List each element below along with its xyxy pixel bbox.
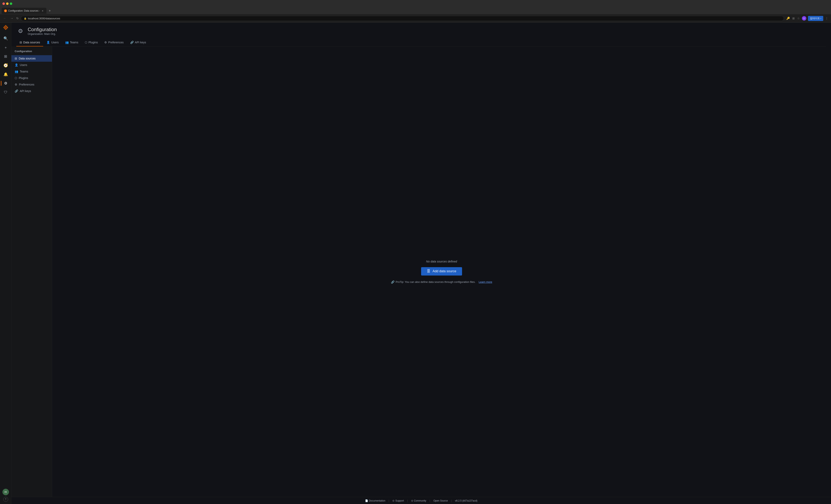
tab-preferences[interactable]: ⚙ Preferences [101,39,127,47]
translate-icon[interactable]: ⊞ [792,16,795,20]
sidebar-item-configuration[interactable]: ⚙ [2,79,10,87]
add-data-source-button[interactable]: 🗄 Add data source [421,267,462,275]
page-title-row: ⚙ Configuration Organization: Main Org. [16,27,826,35]
sidebar-item-shield[interactable]: 🛡 [2,88,10,96]
footer-sep-3: | [429,499,430,502]
update-button[interactable]: 업데이트 › [808,16,823,21]
url-bar[interactable]: 🔒 localhost:3000/datasources [21,16,784,21]
sub-sidebar-item-users[interactable]: 👤 Users [11,62,52,68]
app: 🔍 ＋ ⊞ 🧭 🔔 ⚙ 🛡 H ? ⚙ [0,23,831,504]
bookmark-icon[interactable]: ☆ [797,16,800,20]
database-icon: 🗄 [427,269,430,273]
tab-users-label: Users [51,41,59,44]
tab-close-button[interactable]: ✕ [41,9,44,12]
add-data-source-label: Add data source [432,269,456,273]
user-avatar[interactable]: H [2,489,9,495]
page-subtitle: Organization: Main Org. [28,32,57,35]
tabs-bar: ⊟ Data sources 👤 Users 👥 Teams ⬡ Plugins… [16,39,826,47]
content-area: ⚙ Configuration Organization: Main Org. … [11,23,831,504]
address-actions: 🔑 ⊞ ☆ U 업데이트 › ⋮ [786,16,829,21]
page-title-text: Configuration Organization: Main Org. [28,27,57,35]
footer-community[interactable]: ⊙ Community [411,499,426,502]
tab-data-sources-label: Data sources [23,41,40,44]
sub-sidebar-item-api-keys[interactable]: 🔗 API keys [11,88,52,94]
maximize-button[interactable] [10,2,12,5]
page-title: Configuration [28,27,57,32]
sidebar-item-dashboards[interactable]: ⊞ [2,52,10,60]
title-bar [0,0,831,7]
help-button[interactable]: ? [3,497,8,502]
minimize-button[interactable] [6,2,8,5]
lock-icon: 🔒 [24,17,27,20]
grafana-logo[interactable] [2,24,9,31]
svg-point-2 [5,27,6,28]
learn-more-link[interactable]: Learn more [479,280,492,284]
plugins-tab-icon: ⬡ [85,41,87,44]
sub-plugins-icon: ⬡ [15,77,17,80]
teams-tab-icon: 👥 [65,41,69,44]
doc-icon: 📄 [365,499,368,502]
data-sources-tab-icon: ⊟ [20,41,22,44]
browser-chrome: G Configuration: Data sources - ✕ + ← → … [0,0,831,23]
tab-users[interactable]: 👤 Users [43,39,62,47]
footer-open-source[interactable]: Open Source [433,499,448,502]
empty-message: No data sources defined [426,260,457,263]
tab-teams[interactable]: 👥 Teams [62,39,82,47]
preferences-tab-icon: ⚙ [104,41,107,44]
tab-plugins[interactable]: ⬡ Plugins [82,39,101,47]
community-icon: ⊙ [411,499,413,502]
search-icon: 🔍 [3,36,8,41]
bell-icon: 🔔 [3,72,8,77]
footer-version: v8.2.5 (b57a137acd) [455,499,477,502]
sub-preferences-label: Preferences [19,83,34,86]
browser-user-avatar[interactable]: U [802,16,806,21]
tab-favicon: G [4,9,7,12]
sub-sidebar-item-teams[interactable]: 👥 Teams [11,68,52,75]
sub-sidebar-item-plugins[interactable]: ⬡ Plugins [11,75,52,81]
sub-sidebar-item-data-sources[interactable]: ⊟ Data sources [11,55,52,62]
users-tab-icon: 👤 [47,41,50,44]
sub-api-keys-icon: 🔗 [15,89,18,93]
sub-users-label: Users [20,63,27,67]
gear-large-icon: ⚙ [18,28,23,34]
main-content: Configuration ⊟ Data sources 👤 Users 👥 T… [11,47,831,497]
forward-button[interactable]: → [9,16,14,21]
footer-support-label: Support [395,499,404,502]
back-button[interactable]: ← [2,16,7,21]
protip-text: 🔗 ProTip: You can also define data sourc… [391,280,492,284]
sub-teams-icon: 👥 [15,70,18,73]
tab-title: Configuration: Data sources - [8,9,40,12]
browser-tab[interactable]: G Configuration: Data sources - ✕ [2,8,47,14]
api-keys-tab-icon: 🔗 [130,41,134,44]
sub-preferences-icon: ⚙ [15,83,17,86]
traffic-lights [2,2,12,5]
sub-data-sources-label: Data sources [19,57,35,60]
sub-data-sources-icon: ⊟ [15,57,17,60]
sidebar-item-search[interactable]: 🔍 [2,34,10,42]
menu-icon[interactable]: ⋮ [825,16,829,20]
sub-sidebar-item-preferences[interactable]: ⚙ Preferences [11,81,52,88]
refresh-button[interactable]: ↻ [16,17,19,20]
new-tab-button[interactable]: + [47,8,52,13]
address-bar: ← → ↻ 🔒 localhost:3000/datasources 🔑 ⊞ ☆… [0,14,831,22]
key-icon[interactable]: 🔑 [786,16,790,20]
sidebar-item-explore[interactable]: 🧭 [2,61,10,69]
sub-users-icon: 👤 [15,63,18,67]
footer-support[interactable]: ⊙ Support [392,499,404,502]
tab-plugins-label: Plugins [88,41,98,44]
explore-icon: 🧭 [3,63,8,68]
sub-sidebar-title: Configuration [11,50,52,55]
protip-message: ProTip: You can also define data sources… [396,280,476,284]
footer-documentation[interactable]: 📄 Documentation [365,499,385,502]
protip-icon: 🔗 [391,280,394,284]
tab-api-keys[interactable]: 🔗 API keys [127,39,149,47]
tab-data-sources[interactable]: ⊟ Data sources [16,39,43,47]
close-button[interactable] [2,2,5,5]
footer-community-label: Community [414,499,426,502]
left-sidebar: 🔍 ＋ ⊞ 🧭 🔔 ⚙ 🛡 H ? [0,23,11,504]
sidebar-item-create[interactable]: ＋ [2,43,10,52]
sub-api-keys-label: API keys [20,89,31,93]
support-icon: ⊙ [392,499,394,502]
footer-open-source-label: Open Source [433,499,448,502]
sidebar-item-alerting[interactable]: 🔔 [2,70,10,79]
